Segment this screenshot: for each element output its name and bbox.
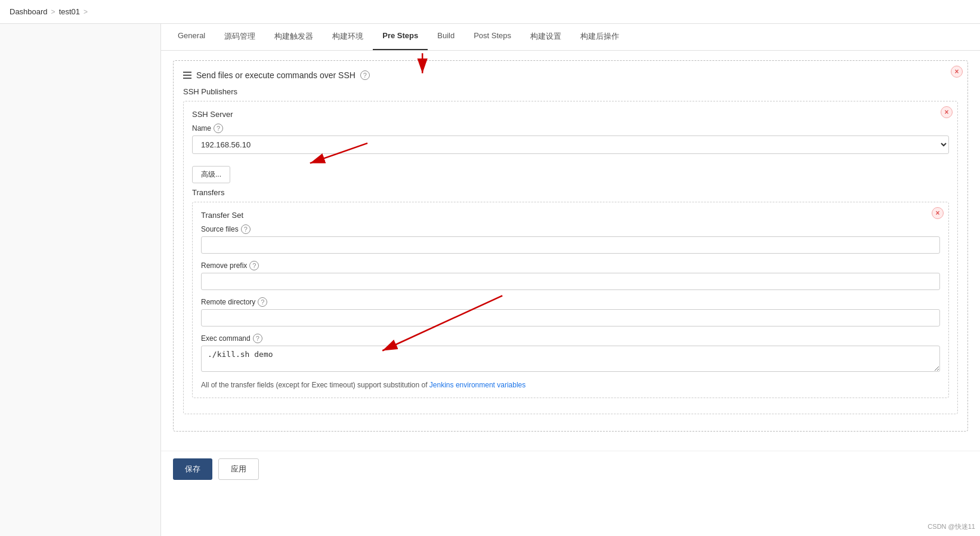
- section-title: Send files or execute commands over SSH: [196, 70, 355, 80]
- name-field-group: Name ? 192.168.56.10: [192, 124, 949, 154]
- name-help-icon[interactable]: ?: [214, 124, 223, 133]
- section-header: Send files or execute commands over SSH …: [183, 70, 958, 80]
- transfer-set-subsection: Transfer Set × Source files ?: [192, 202, 949, 398]
- section-help-icon[interactable]: ?: [360, 70, 370, 80]
- ssh-server-title: SSH Server: [192, 110, 949, 119]
- advanced-btn[interactable]: 高级...: [192, 166, 230, 183]
- remove-prefix-help-icon[interactable]: ?: [249, 261, 259, 270]
- breadcrumb-sep-1: >: [51, 8, 55, 16]
- ssh-server-subsection: SSH Server × Name ? 192.168.56.10 高级...: [183, 101, 958, 414]
- content-body: Send files or execute commands over SSH …: [161, 51, 980, 451]
- exec-command-input[interactable]: [201, 346, 940, 372]
- watermark: CSDN @快迷11: [928, 522, 975, 531]
- tab-pre-steps[interactable]: Pre Steps: [373, 24, 428, 50]
- remote-directory-help-icon[interactable]: ?: [258, 297, 267, 307]
- remote-directory-input[interactable]: [201, 309, 940, 326]
- source-files-label: Source files ?: [201, 224, 940, 234]
- breadcrumb: Dashboard > test01 >: [0, 0, 980, 24]
- remote-directory-label: Remote directory ?: [201, 297, 940, 307]
- hamburger-icon[interactable]: [183, 72, 191, 79]
- save-button[interactable]: 保存: [173, 458, 212, 480]
- exec-command-label: Exec command ?: [201, 334, 940, 343]
- source-files-input[interactable]: [201, 236, 940, 254]
- tab-build-env[interactable]: 构建环境: [323, 24, 373, 50]
- tab-post-build[interactable]: 构建后操作: [571, 24, 629, 50]
- remove-prefix-group: Remove prefix ?: [201, 261, 940, 290]
- content-area: General 源码管理 构建触发器 构建环境 Pre Steps Build …: [161, 24, 980, 536]
- remove-prefix-label: Remove prefix ?: [201, 261, 940, 270]
- name-label: Name ?: [192, 124, 949, 133]
- section-close-btn[interactable]: ×: [951, 66, 963, 78]
- transfer-set-close-btn[interactable]: ×: [932, 207, 944, 219]
- exec-command-group: Exec command ?: [201, 334, 940, 374]
- transfer-set-title: Transfer Set: [201, 211, 940, 220]
- exec-command-help-icon[interactable]: ?: [253, 334, 262, 343]
- breadcrumb-test01[interactable]: test01: [59, 7, 80, 16]
- remove-prefix-input[interactable]: [201, 273, 940, 290]
- ssh-publishers-label: SSH Publishers: [183, 87, 958, 96]
- send-files-section: Send files or execute commands over SSH …: [173, 60, 968, 432]
- breadcrumb-sep-2: >: [84, 8, 88, 16]
- cancel-button[interactable]: 应用: [218, 458, 259, 480]
- source-files-help-icon[interactable]: ?: [241, 224, 251, 234]
- transfers-title: Transfers: [192, 188, 949, 197]
- ssh-server-close-btn[interactable]: ×: [941, 106, 953, 118]
- sidebar: [0, 24, 161, 536]
- tab-source[interactable]: 源码管理: [215, 24, 265, 50]
- tab-build-settings[interactable]: 构建设置: [521, 24, 571, 50]
- tabs-bar: General 源码管理 构建触发器 构建环境 Pre Steps Build …: [161, 24, 980, 51]
- tab-post-steps[interactable]: Post Steps: [464, 24, 521, 50]
- ssh-server-select[interactable]: 192.168.56.10: [192, 135, 949, 154]
- bottom-buttons: 保存 应用: [161, 451, 980, 487]
- tab-trigger[interactable]: 构建触发器: [265, 24, 323, 50]
- breadcrumb-dashboard[interactable]: Dashboard: [10, 7, 48, 16]
- remote-directory-group: Remote directory ?: [201, 297, 940, 326]
- jenkins-env-vars-link[interactable]: Jenkins environment variables: [429, 381, 525, 389]
- tab-build[interactable]: Build: [428, 24, 464, 50]
- bottom-note: All of the transfer fields (except for E…: [201, 381, 940, 389]
- source-files-group: Source files ?: [201, 224, 940, 254]
- tab-general[interactable]: General: [168, 24, 215, 50]
